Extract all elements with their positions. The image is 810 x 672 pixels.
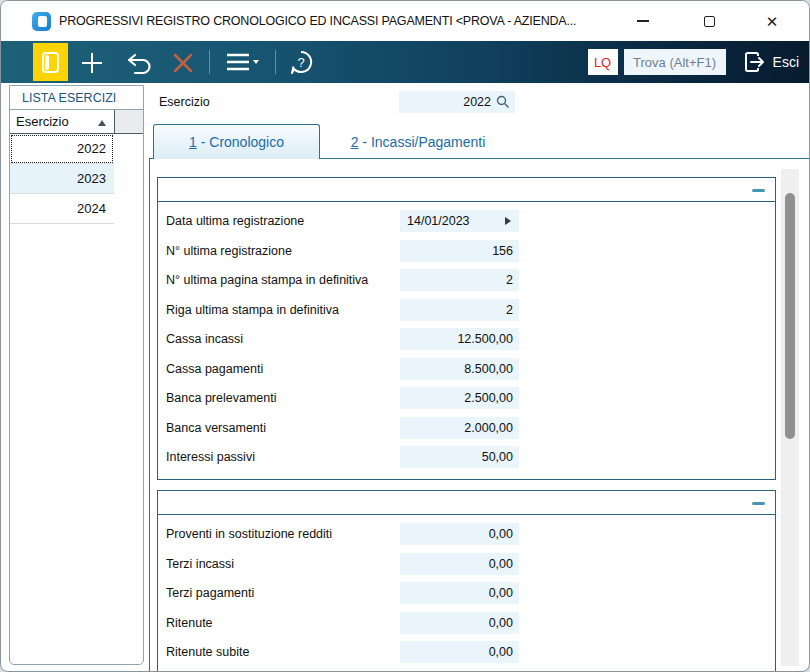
field-label: Proventi in sostituzione redditi — [166, 520, 332, 549]
tab-number: 1 — [189, 134, 197, 150]
field-row-data-ultima-registrazione: Data ultima registrazione14/01/2023 — [158, 207, 775, 237]
menu-button[interactable] — [225, 51, 261, 73]
tab-separator-text: - — [358, 134, 370, 150]
field-label: Terzi pagamenti — [166, 579, 254, 608]
plus-icon — [79, 50, 105, 76]
trova-search-input[interactable]: Trova (Alt+F1) — [624, 49, 726, 75]
field-row-ritenute: Ritenute0,00 — [158, 609, 775, 639]
field-row-cassa-pagamenti: Cassa pagamenti8.500,00 — [158, 355, 775, 385]
cronologico-groupbox: Data ultima registrazione14/01/2023N° ul… — [157, 177, 776, 480]
field-label: Ritenute subite — [166, 638, 249, 667]
collapse-icon[interactable] — [752, 502, 765, 505]
field-label: Riga ultima stampa in definitiva — [166, 296, 339, 325]
field-row-n-ultima-pagina-stampa-in-definitiva: N° ultima pagina stampa in definitiva2 — [158, 266, 775, 296]
panel2-rows: Proventi in sostituzione redditi0,00Terz… — [158, 515, 775, 668]
maximize-button[interactable] — [687, 1, 731, 41]
record-view-icon — [42, 52, 59, 73]
cross-icon — [171, 51, 195, 75]
field-input-cassa-incassi[interactable]: 12.500,00 — [400, 328, 519, 350]
field-input-ritenute[interactable]: 0,00 — [400, 612, 519, 634]
vertical-scrollbar[interactable] — [781, 169, 799, 666]
field-row-terzi-incassi: Terzi incassi0,00 — [158, 550, 775, 580]
sidebar-row-2023[interactable]: 2023 — [10, 164, 114, 194]
esercizio-field[interactable]: 2022 — [399, 91, 515, 113]
toolbar-separator — [209, 50, 210, 74]
column-divider — [114, 110, 115, 134]
field-label: Data ultima registrazione — [166, 207, 304, 236]
sidebar-title: LISTA ESERCIZI — [10, 86, 143, 110]
esci-label: Esci — [773, 54, 799, 70]
groupbox-header — [158, 178, 775, 202]
toolbar-separator — [275, 50, 276, 74]
field-input-data-ultima-registrazione[interactable]: 14/01/2023 — [400, 210, 519, 232]
close-icon: ✕ — [766, 14, 779, 29]
column-header-esercizio[interactable]: Esercizio — [16, 110, 69, 134]
tab-label: Incassi/Pagamenti — [371, 134, 485, 150]
field-label: N° ultima registrazione — [166, 237, 292, 266]
sidebar-row-2022[interactable]: 2022 — [10, 134, 114, 164]
sort-ascending-icon — [98, 120, 106, 126]
field-label: Cassa incassi — [166, 325, 243, 354]
svg-text:?: ? — [297, 55, 304, 70]
undo-button[interactable] — [125, 51, 153, 75]
tab-separator-text: - — [197, 134, 209, 150]
scrollbar-thumb[interactable] — [785, 193, 795, 439]
field-row-proventi-in-sostituzione-redditi: Proventi in sostituzione redditi0,00 — [158, 520, 775, 550]
groupbox-header — [158, 491, 775, 515]
grid-header[interactable]: Esercizio — [10, 110, 143, 134]
maximize-icon — [704, 16, 715, 27]
field-label: Interessi passivi — [166, 443, 255, 472]
field-row-banca-versamenti: Banca versamenti2.000,00 — [158, 414, 775, 444]
field-input-terzi-incassi[interactable]: 0,00 — [400, 553, 519, 575]
tab-incassi-pagamenti[interactable]: 2 - Incassi/Pagamenti — [320, 124, 516, 159]
field-row-n-ultima-registrazione: N° ultima registrazione156 — [158, 237, 775, 267]
help-button[interactable]: ? — [288, 50, 314, 76]
field-input-banca-versamenti[interactable]: 2.000,00 — [400, 417, 519, 439]
field-label: Ritenute — [166, 609, 213, 638]
sidebar-rows: 202220232024 — [10, 134, 143, 224]
search-icon — [496, 95, 510, 109]
esci-button[interactable]: Esci — [742, 50, 799, 74]
undo-icon — [125, 51, 153, 75]
esercizio-label: Esercizio — [159, 91, 210, 113]
field-label: N° ultima pagina stampa in definitiva — [166, 266, 368, 295]
field-row-interessi-passivi: Interessi passivi50,00 — [158, 443, 775, 473]
minimize-button[interactable] — [621, 1, 665, 41]
field-label: Banca prelevamenti — [166, 384, 276, 413]
field-row-riga-ultima-stampa-in-definitiva: Riga ultima stampa in definitiva2 — [158, 296, 775, 326]
lista-esercizi-panel: LISTA ESERCIZI Esercizio 202220232024 — [9, 85, 144, 665]
add-button[interactable] — [79, 50, 105, 76]
field-row-cassa-incassi: Cassa incassi12.500,00 — [158, 325, 775, 355]
close-button[interactable]: ✕ — [750, 1, 794, 41]
field-row-terzi-pagamenti: Terzi pagamenti0,00 — [158, 579, 775, 609]
field-row-banca-prelevamenti: Banca prelevamenti2.500,00 — [158, 384, 775, 414]
delete-button[interactable] — [171, 51, 195, 75]
altri-progressivi-groupbox: Proventi in sostituzione redditi0,00Terz… — [157, 490, 776, 672]
field-input-n-ultima-pagina-stampa-in-definitiva[interactable]: 2 — [400, 269, 519, 291]
sidebar-row-2024[interactable]: 2024 — [10, 194, 114, 224]
field-label: Banca versamenti — [166, 414, 266, 443]
field-input-terzi-pagamenti[interactable]: 0,00 — [400, 582, 519, 604]
exit-icon — [742, 50, 766, 74]
field-label: Cassa pagamenti — [166, 355, 263, 384]
tab-number: 2 — [351, 134, 359, 150]
app-icon — [32, 12, 51, 31]
header-spare-cell — [115, 110, 143, 133]
record-view-button[interactable] — [33, 43, 68, 81]
field-input-cassa-pagamenti[interactable]: 8.500,00 — [400, 358, 519, 380]
date-spin-arrow-icon[interactable] — [505, 217, 511, 225]
field-input-n-ultima-registrazione[interactable]: 156 — [400, 240, 519, 262]
field-row-ritenute-subite: Ritenute subite0,00 — [158, 638, 775, 668]
field-input-banca-prelevamenti[interactable]: 2.500,00 — [400, 387, 519, 409]
panel1-rows: Data ultima registrazione14/01/2023N° ul… — [158, 202, 775, 473]
toolbar: ? LQ Trova (Alt+F1) Esci — [1, 41, 809, 83]
field-input-proventi-in-sostituzione-redditi[interactable]: 0,00 — [400, 523, 519, 545]
minimize-icon — [637, 20, 649, 22]
field-input-riga-ultima-stampa-in-definitiva[interactable]: 2 — [400, 299, 519, 321]
tab-cronologico[interactable]: 1 - Cronologico — [153, 124, 320, 159]
hamburger-menu-icon — [225, 51, 261, 73]
field-input-interessi-passivi[interactable]: 50,00 — [400, 446, 519, 468]
title-bar: PROGRESSIVI REGISTRO CRONOLOGICO ED INCA… — [1, 1, 809, 41]
collapse-icon[interactable] — [752, 189, 765, 192]
field-input-ritenute-subite[interactable]: 0,00 — [400, 641, 519, 663]
